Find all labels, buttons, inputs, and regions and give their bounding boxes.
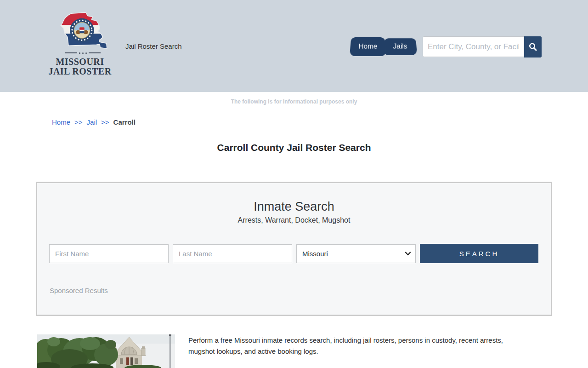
nav-tab-home-label: Home <box>358 43 378 50</box>
nav-tab-jails-label: Jails <box>393 43 407 51</box>
inmate-search-subtitle: Arrests, Warrant, Docket, Mugshot <box>37 216 551 224</box>
logo-divider <box>61 52 104 54</box>
site-header: MISSOURI JAIL ROSTER Jail Roster Search … <box>0 0 588 92</box>
search-icon <box>528 42 538 52</box>
nav-tab-home[interactable]: Home <box>350 37 386 56</box>
state-select-wrap: Missouri <box>296 244 416 263</box>
site-tagline: Jail Roster Search <box>125 42 182 50</box>
sponsored-results-label: Sponsored Results <box>50 287 108 294</box>
courthouse-photo <box>37 334 175 368</box>
logo-wordmark-line2: JAIL ROSTER <box>47 67 113 76</box>
last-name-input[interactable] <box>173 244 292 263</box>
facility-search-input[interactable] <box>423 36 524 57</box>
state-select[interactable]: Missouri <box>296 244 416 263</box>
logo-wordmark[interactable]: MISSOURI JAIL ROSTER <box>47 57 113 76</box>
breadcrumb-separator: >> <box>74 118 83 126</box>
page: MISSOURI JAIL ROSTER Jail Roster Search … <box>0 0 588 368</box>
page-title: Carroll County Jail Roster Search <box>0 142 588 153</box>
inmate-search-button[interactable]: SEARCH <box>420 244 538 263</box>
intro-paragraph: Perform a free Missouri inmate records s… <box>188 335 528 357</box>
logo-wordmark-line1: MISSOURI <box>47 57 113 67</box>
inmate-search-panel: Inmate Search Arrests, Warrant, Docket, … <box>36 182 552 316</box>
informational-notice: The following is for informational purpo… <box>0 98 588 105</box>
missouri-state-logo-icon[interactable] <box>58 12 108 52</box>
breadcrumb-current: Carroll <box>113 118 136 126</box>
first-name-input[interactable] <box>49 244 169 263</box>
breadcrumb-separator: >> <box>101 118 109 126</box>
breadcrumb-home-link[interactable]: Home <box>52 118 70 126</box>
breadcrumb: Home>>Jail>>Carroll <box>52 118 136 126</box>
courthouse-photo-image <box>37 334 175 368</box>
facility-search-button[interactable] <box>524 36 542 58</box>
inmate-search-title: Inmate Search <box>37 200 551 214</box>
breadcrumb-jail-link[interactable]: Jail <box>87 118 97 126</box>
nav-tab-jails[interactable]: Jails <box>383 38 417 55</box>
